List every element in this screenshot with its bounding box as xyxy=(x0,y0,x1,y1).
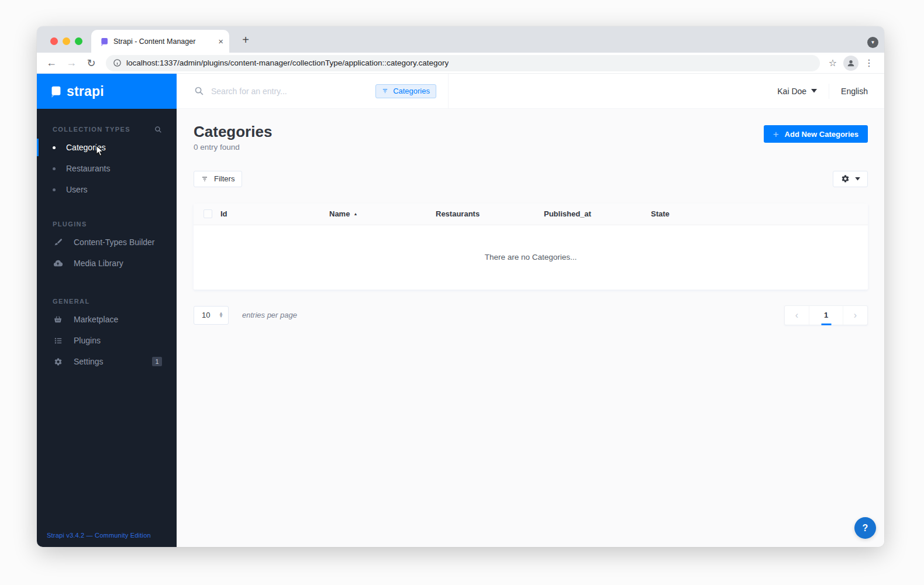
sidebar-item-restaurants[interactable]: Restaurants xyxy=(37,158,177,179)
reload-icon[interactable]: ↻ xyxy=(84,56,99,71)
new-tab-button[interactable]: + xyxy=(238,32,253,47)
page-size-value: 10 xyxy=(202,311,210,319)
sidebar-nav: COLLECTION TYPES Categories Restaurants xyxy=(37,109,177,532)
pagination: ‹ 1 › xyxy=(784,305,868,325)
forward-icon[interactable]: → xyxy=(64,56,79,71)
browser-tab-strip: Strapi - Content Manager × + ▼ xyxy=(37,26,884,53)
tab-favicon-strapi-icon xyxy=(99,37,109,46)
browser-tab[interactable]: Strapi - Content Manager × xyxy=(91,30,229,53)
browser-toolbar: ← → ↻ localhost:1337/admin/plugins/conte… xyxy=(37,53,884,74)
empty-state-message: There are no Categories... xyxy=(194,225,868,290)
page-content: Categories 0 entry found + Add New Categ… xyxy=(177,109,884,547)
sidebar-item-content-types-builder[interactable]: Content-Types Builder xyxy=(37,232,177,253)
column-header-published-at[interactable]: Published_at xyxy=(544,209,651,218)
page-size-select[interactable]: 10 ▲▼ xyxy=(194,306,229,325)
entries-per-page-label: entries per page xyxy=(242,311,297,319)
url-text: localhost:1337/admin/plugins/content-man… xyxy=(126,58,449,67)
sidebar-item-settings[interactable]: Settings 1 xyxy=(37,351,177,372)
column-header-id[interactable]: Id xyxy=(220,209,329,218)
current-page[interactable]: 1 xyxy=(809,306,843,325)
user-menu[interactable]: Kai Doe xyxy=(777,87,817,96)
bullet-icon xyxy=(53,167,56,170)
address-bar[interactable]: localhost:1337/admin/plugins/content-man… xyxy=(106,55,820,71)
paint-brush-icon xyxy=(53,238,63,247)
sidebar-item-label: Categories xyxy=(66,143,106,152)
strapi-logo[interactable]: strapi xyxy=(37,74,177,109)
filters-label: Filters xyxy=(214,174,235,183)
strapi-version-link[interactable]: Strapi v3.4.2 — Community Edition xyxy=(37,532,177,547)
section-title: GENERAL xyxy=(53,298,162,305)
main-area: Categories Kai Doe English xyxy=(177,74,884,547)
user-name: Kai Doe xyxy=(777,87,806,96)
gear-icon xyxy=(841,174,850,183)
add-button-label: Add New Categories xyxy=(785,130,859,139)
list-toolbar: Filters xyxy=(194,171,868,187)
entry-search-bar: Categories xyxy=(177,74,449,108)
sidebar-search-icon[interactable] xyxy=(154,126,162,133)
sidebar-item-label: Marketplace xyxy=(74,315,118,324)
header-right: Kai Doe English xyxy=(777,84,884,99)
sidebar-section-collection-types: COLLECTION TYPES Categories Restaurants xyxy=(37,122,177,200)
chevron-down-icon xyxy=(855,177,860,181)
search-icon xyxy=(194,86,204,96)
site-info-icon[interactable] xyxy=(113,58,122,67)
filters-button[interactable]: Filters xyxy=(194,171,242,187)
cloud-upload-icon xyxy=(53,259,63,268)
entry-search-input[interactable] xyxy=(211,87,368,96)
column-header-name[interactable]: Name ▲ xyxy=(329,209,436,218)
sidebar-item-media-library[interactable]: Media Library xyxy=(37,253,177,274)
stepper-icons[interactable]: ▲▼ xyxy=(219,312,223,318)
help-button[interactable]: ? xyxy=(854,517,876,539)
title-row: Categories 0 entry found + Add New Categ… xyxy=(194,123,868,152)
window-controls xyxy=(50,37,82,45)
strapi-logo-text: strapi xyxy=(67,84,104,99)
sidebar-item-categories[interactable]: Categories xyxy=(37,137,177,158)
section-title: COLLECTION TYPES xyxy=(53,126,154,133)
sort-asc-icon: ▲ xyxy=(353,212,357,216)
sidebar-item-users[interactable]: Users xyxy=(37,179,177,200)
browser-menu-icon[interactable]: ⋮ xyxy=(861,55,877,71)
app-header: Categories Kai Doe English xyxy=(177,74,884,109)
chevron-down-icon xyxy=(811,89,817,93)
select-all-checkbox[interactable] xyxy=(204,209,212,218)
minimize-window-button[interactable] xyxy=(63,37,70,45)
entry-count: 0 entry found xyxy=(194,143,272,152)
tab-title: Strapi - Content Manager xyxy=(113,37,213,46)
bullet-icon xyxy=(53,146,56,149)
back-icon[interactable]: ← xyxy=(44,56,59,71)
sidebar-item-label: Plugins xyxy=(74,336,101,345)
list-icon xyxy=(53,336,63,345)
display-settings-button[interactable] xyxy=(833,171,868,187)
header-divider xyxy=(829,84,829,99)
chip-label: Categories xyxy=(393,87,430,95)
tab-close-icon[interactable]: × xyxy=(218,37,223,46)
sidebar-item-label: Media Library xyxy=(74,259,123,268)
sidebar-item-marketplace[interactable]: Marketplace xyxy=(37,309,177,330)
settings-badge: 1 xyxy=(152,357,162,366)
filter-chip-categories[interactable]: Categories xyxy=(375,84,436,98)
strapi-app: strapi COLLECTION TYPES Categories xyxy=(37,74,884,547)
profile-avatar-icon[interactable] xyxy=(843,56,859,71)
sidebar-section-general: GENERAL Marketplace Plugins xyxy=(37,294,177,372)
chip-filter-icon xyxy=(382,88,388,94)
filter-icon xyxy=(201,176,208,183)
close-window-button[interactable] xyxy=(50,37,58,45)
browser-window: Strapi - Content Manager × + ▼ ← → ↻ loc… xyxy=(37,26,884,547)
maximize-window-button[interactable] xyxy=(75,37,82,45)
entries-table: Id Name ▲ Restaurants Published_at State… xyxy=(194,204,868,290)
sidebar-item-label: Users xyxy=(66,185,88,194)
add-new-categories-button[interactable]: + Add New Categories xyxy=(764,125,868,143)
column-header-state[interactable]: State xyxy=(651,209,868,218)
plus-icon: + xyxy=(773,129,779,139)
sidebar-item-label: Content-Types Builder xyxy=(74,238,155,247)
bookmark-star-icon[interactable]: ☆ xyxy=(825,55,841,71)
sidebar-item-label: Settings xyxy=(74,357,104,366)
prev-page-button[interactable]: ‹ xyxy=(785,306,809,325)
column-header-restaurants[interactable]: Restaurants xyxy=(436,209,544,218)
sidebar-item-label: Restaurants xyxy=(66,164,110,173)
language-menu[interactable]: English xyxy=(841,87,868,96)
sidebar-item-plugins[interactable]: Plugins xyxy=(37,330,177,351)
downloads-button[interactable]: ▼ xyxy=(867,37,878,48)
next-page-button[interactable]: › xyxy=(843,306,867,325)
strapi-logo-icon xyxy=(50,85,62,98)
